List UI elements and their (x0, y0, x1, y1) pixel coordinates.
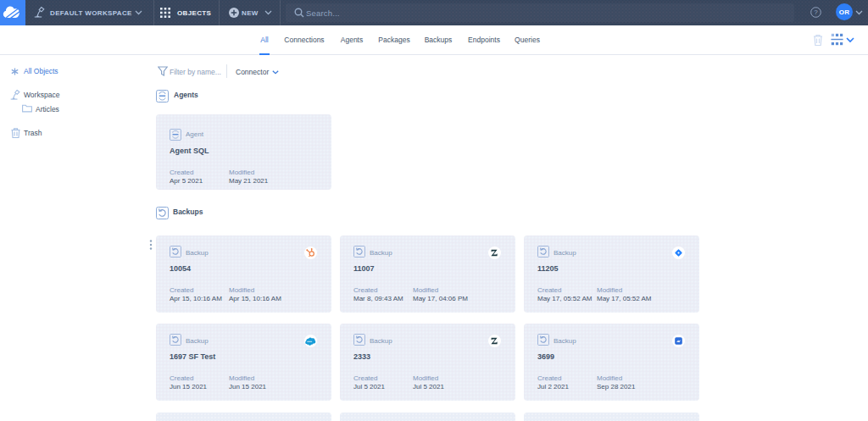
svg-text:?: ? (814, 8, 818, 16)
